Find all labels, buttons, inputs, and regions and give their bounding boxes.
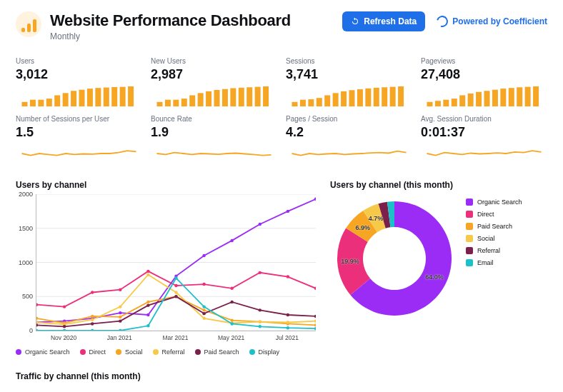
page-title: Website Performance Dashboard: [50, 11, 291, 30]
svg-rect-33: [333, 93, 339, 106]
svg-point-64: [119, 311, 121, 314]
kpi-spark-line: [16, 143, 142, 164]
kpi-card: Users3,012: [16, 57, 142, 106]
svg-point-93: [314, 323, 316, 326]
svg-point-70: [287, 210, 289, 213]
page-subtitle: Monthly: [50, 31, 291, 41]
header: Website Performance Dashboard Monthly Re…: [16, 11, 547, 41]
svg-point-112: [231, 301, 234, 303]
svg-point-126: [314, 327, 316, 330]
refresh-icon: [351, 17, 359, 26]
svg-rect-10: [104, 88, 109, 106]
svg-point-98: [146, 273, 149, 276]
kpi-card: New Users2,987: [151, 57, 277, 106]
legend-item: Paid Search: [466, 223, 522, 230]
svg-rect-16: [173, 100, 179, 106]
svg-rect-29: [300, 100, 306, 106]
svg-rect-55: [533, 86, 539, 106]
svg-point-107: [91, 322, 94, 325]
svg-point-118: [91, 329, 94, 331]
legend-item: Referral: [466, 247, 522, 254]
svg-point-69: [259, 223, 261, 226]
svg-point-109: [146, 303, 149, 306]
svg-rect-31: [317, 98, 322, 106]
svg-point-75: [119, 288, 121, 291]
kpi-label: Number of Sessions per User: [16, 115, 142, 123]
svg-rect-32: [324, 95, 330, 106]
svg-rect-48: [476, 92, 482, 106]
svg-rect-22: [222, 89, 228, 106]
svg-point-123: [231, 322, 234, 325]
svg-point-124: [259, 325, 261, 328]
svg-point-90: [231, 318, 234, 321]
donut-chart-legend: Organic SearchDirectPaid SearchSocialRef…: [466, 198, 522, 266]
svg-point-89: [202, 308, 205, 311]
svg-point-97: [119, 305, 121, 308]
kpi-card: Bounce Rate1.9: [151, 115, 277, 164]
svg-rect-42: [427, 102, 433, 106]
x-axis-tick: May 2021: [218, 334, 244, 341]
svg-rect-34: [341, 91, 347, 106]
svg-rect-46: [459, 95, 465, 106]
refresh-data-button[interactable]: Refresh Data: [342, 11, 425, 31]
svg-rect-19: [198, 93, 204, 106]
powered-by-link[interactable]: Powered by Coefficient: [437, 16, 547, 27]
svg-point-79: [231, 287, 234, 290]
svg-rect-18: [189, 95, 195, 106]
kpi-grid: Users3,012New Users2,987Sessions3,741Pag…: [16, 57, 547, 164]
x-axis-tick: Mar 2021: [163, 334, 189, 341]
svg-point-96: [91, 318, 94, 321]
svg-rect-39: [382, 87, 387, 106]
kpi-label: Pages / Session: [286, 115, 412, 123]
svg-rect-52: [509, 88, 514, 106]
svg-rect-27: [263, 86, 269, 106]
y-axis-tick: 1000: [19, 259, 33, 266]
svg-point-111: [202, 312, 205, 315]
svg-point-119: [119, 329, 121, 331]
svg-rect-25: [246, 87, 252, 106]
svg-rect-12: [120, 87, 126, 106]
svg-rect-20: [206, 91, 211, 106]
svg-point-117: [63, 329, 66, 331]
kpi-value: 1.9: [151, 125, 277, 140]
kpi-card: Pageviews27,408: [421, 57, 547, 106]
svg-point-113: [259, 308, 261, 311]
svg-point-125: [287, 326, 289, 329]
svg-point-122: [202, 305, 205, 308]
kpi-spark-line: [151, 143, 277, 164]
svg-point-115: [314, 315, 316, 318]
line-chart-title: Users by channel: [16, 180, 316, 190]
kpi-label: New Users: [151, 57, 277, 65]
svg-point-78: [202, 283, 205, 286]
svg-rect-2: [38, 100, 44, 106]
svg-rect-24: [239, 88, 244, 106]
svg-rect-6: [71, 91, 76, 106]
svg-rect-4: [54, 95, 60, 106]
svg-point-99: [174, 291, 177, 293]
line-chart-legend: Organic SearchDirectSocialReferralPaid S…: [16, 348, 316, 356]
y-axis-tick: 2000: [19, 191, 33, 198]
svg-rect-40: [390, 87, 396, 106]
kpi-card: Pages / Session4.2: [286, 115, 412, 164]
svg-rect-44: [443, 100, 449, 106]
svg-rect-53: [517, 87, 522, 106]
svg-point-102: [259, 320, 261, 323]
donut-slice-label: 6.9%: [355, 224, 370, 231]
svg-point-77: [174, 284, 177, 287]
svg-rect-7: [79, 90, 85, 106]
kpi-spark-bars: [151, 85, 277, 106]
kpi-spark-bars: [421, 85, 547, 106]
svg-rect-36: [357, 89, 363, 106]
svg-point-106: [63, 325, 66, 328]
kpi-card: Number of Sessions per User1.5: [16, 115, 142, 164]
svg-rect-13: [128, 86, 134, 106]
svg-point-100: [202, 317, 205, 320]
kpi-value: 2,987: [151, 67, 277, 82]
svg-rect-51: [500, 89, 506, 106]
donut-slice-label: 4.7%: [369, 215, 384, 222]
svg-point-83: [36, 317, 38, 320]
svg-rect-43: [435, 101, 441, 106]
x-axis-tick: Nov 2020: [51, 334, 76, 341]
svg-point-74: [91, 291, 94, 293]
svg-point-105: [36, 323, 38, 326]
